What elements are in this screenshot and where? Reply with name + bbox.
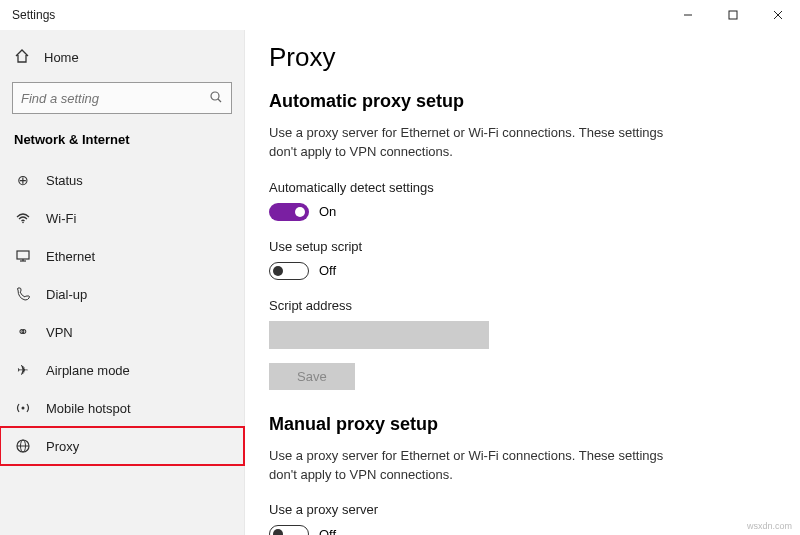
search-input[interactable]: [21, 91, 209, 106]
airplane-icon: ✈: [14, 362, 32, 378]
search-wrap: [0, 76, 244, 124]
dialup-icon: [14, 286, 32, 302]
script-address-label: Script address: [269, 298, 776, 313]
search-icon: [209, 90, 223, 107]
sidebar-item-label: Wi-Fi: [46, 211, 76, 226]
content: Proxy Automatic proxy setup Use a proxy …: [245, 30, 800, 535]
sidebar-item-proxy[interactable]: Proxy: [0, 427, 244, 465]
use-proxy-toggle[interactable]: Off: [269, 525, 776, 535]
page-title: Proxy: [269, 42, 776, 73]
sidebar-item-status[interactable]: ⊕ Status: [0, 161, 244, 199]
home-icon: [14, 48, 30, 67]
script-address-input[interactable]: [269, 321, 489, 349]
manual-section-desc: Use a proxy server for Ethernet or Wi-Fi…: [269, 447, 689, 485]
toggle-track: [269, 525, 309, 535]
toggle-state: Off: [319, 263, 336, 278]
sidebar-item-vpn[interactable]: ⚭ VPN: [0, 313, 244, 351]
vpn-icon: ⚭: [14, 324, 32, 340]
watermark: wsxdn.com: [747, 521, 792, 531]
svg-rect-7: [17, 251, 29, 259]
sidebar-item-airplane[interactable]: ✈ Airplane mode: [0, 351, 244, 389]
sidebar-item-ethernet[interactable]: Ethernet: [0, 237, 244, 275]
maximize-button[interactable]: [710, 0, 755, 30]
toggle-state: Off: [319, 527, 336, 535]
sidebar-item-wifi[interactable]: Wi-Fi: [0, 199, 244, 237]
proxy-icon: [14, 438, 32, 454]
sidebar-item-label: Status: [46, 173, 83, 188]
save-button[interactable]: Save: [269, 363, 355, 390]
auto-section-desc: Use a proxy server for Ethernet or Wi-Fi…: [269, 124, 689, 162]
minimize-button[interactable]: [665, 0, 710, 30]
hotspot-icon: [14, 400, 32, 416]
nav-group-header: Network & Internet: [0, 124, 244, 161]
sidebar-item-label: Ethernet: [46, 249, 95, 264]
manual-section-heading: Manual proxy setup: [269, 414, 776, 435]
use-proxy-label: Use a proxy server: [269, 502, 776, 517]
svg-point-6: [22, 222, 24, 224]
sidebar-item-label: Dial-up: [46, 287, 87, 302]
sidebar-item-label: Mobile hotspot: [46, 401, 131, 416]
close-button[interactable]: [755, 0, 800, 30]
window-controls: [665, 0, 800, 30]
sidebar: Home Network & Internet ⊕ Status Wi-Fi: [0, 30, 245, 535]
toggle-track: [269, 262, 309, 280]
status-icon: ⊕: [14, 172, 32, 188]
auto-detect-toggle[interactable]: On: [269, 203, 776, 221]
layout: Home Network & Internet ⊕ Status Wi-Fi: [0, 30, 800, 535]
search-box[interactable]: [12, 82, 232, 114]
sidebar-item-label: Airplane mode: [46, 363, 130, 378]
auto-section-heading: Automatic proxy setup: [269, 91, 776, 112]
svg-point-10: [22, 407, 25, 410]
window-title: Settings: [12, 8, 55, 22]
svg-line-5: [218, 99, 221, 102]
home-label: Home: [44, 50, 79, 65]
sidebar-item-label: Proxy: [46, 439, 79, 454]
ethernet-icon: [14, 248, 32, 264]
svg-rect-1: [729, 11, 737, 19]
sidebar-item-dialup[interactable]: Dial-up: [0, 275, 244, 313]
wifi-icon: [14, 210, 32, 226]
toggle-track: [269, 203, 309, 221]
home-nav[interactable]: Home: [0, 38, 244, 76]
setup-script-toggle[interactable]: Off: [269, 262, 776, 280]
auto-detect-label: Automatically detect settings: [269, 180, 776, 195]
setup-script-label: Use setup script: [269, 239, 776, 254]
titlebar: Settings: [0, 0, 800, 30]
sidebar-item-hotspot[interactable]: Mobile hotspot: [0, 389, 244, 427]
svg-point-4: [211, 92, 219, 100]
sidebar-item-label: VPN: [46, 325, 73, 340]
toggle-state: On: [319, 204, 336, 219]
